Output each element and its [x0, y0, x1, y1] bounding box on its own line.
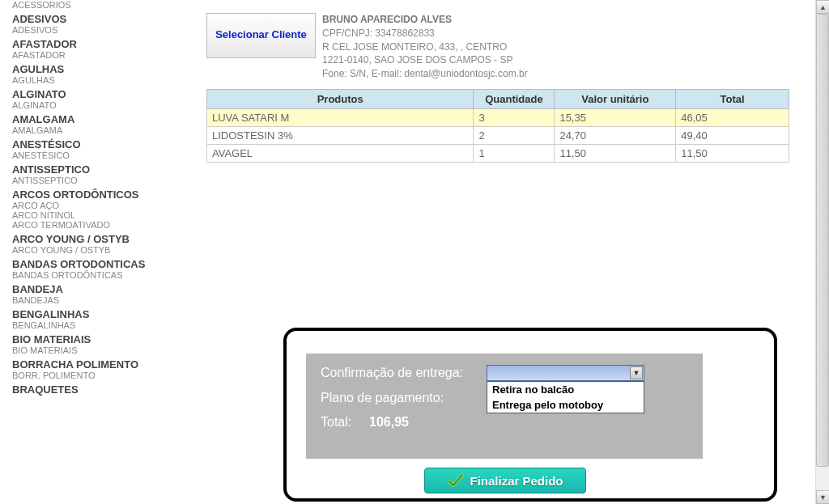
total-label: Total: — [321, 415, 369, 430]
table-cell: 3 — [474, 108, 555, 126]
check-icon — [447, 472, 465, 489]
dropdown-option[interactable]: Entrega pelo motoboy — [487, 397, 644, 413]
scroll-track[interactable] — [816, 14, 829, 490]
subcategory-item[interactable]: BORR. POLIMENTO — [12, 371, 174, 380]
table-cell: 11,50 — [555, 144, 676, 162]
table-cell: AVAGEL — [207, 144, 474, 162]
table-cell: 15,35 — [555, 108, 676, 126]
table-cell: 49,40 — [676, 126, 789, 144]
th-quantidade: Quantidade — [474, 89, 555, 108]
subcategory-item[interactable]: BENGALINHAS — [12, 320, 174, 330]
category-item[interactable]: BRAQUETES — [12, 383, 174, 396]
subcategory-item[interactable]: AFASTADOR — [12, 50, 174, 60]
category-item[interactable]: BENGALINHAS — [12, 308, 174, 320]
table-row[interactable]: LIDOSTESIN 3%224,7049,40 — [207, 126, 789, 144]
chevron-down-icon[interactable]: ▼ — [630, 366, 643, 379]
table-cell: LUVA SATARI M — [207, 108, 474, 126]
table-row[interactable]: AVAGEL111,5011,50 — [207, 144, 789, 162]
category-item[interactable]: AGULHAS — [12, 63, 174, 75]
subcategory-item[interactable]: ARCO TERMOATIVADO — [12, 220, 174, 230]
category-item[interactable]: ADESIVOS — [12, 13, 174, 25]
total-value: 106,95 — [369, 415, 409, 430]
category-item[interactable]: ANTISSEPTICO — [12, 163, 174, 176]
scroll-down-icon[interactable]: ▼ — [816, 490, 829, 504]
summary-box: Confirmação de entrega: ▼ Retira no balc… — [306, 354, 703, 459]
subcategory-item[interactable]: ADESIVOS — [12, 25, 174, 35]
dropdown-option[interactable]: Retira no balcão — [487, 382, 644, 397]
subcategory-item[interactable]: AMALGAMA — [12, 125, 174, 135]
subcategory-item[interactable]: ANTISSEPTICO — [12, 176, 174, 185]
th-total: Total — [676, 89, 789, 108]
category-item[interactable]: BANDEJA — [12, 283, 174, 295]
table-cell: 11,50 — [676, 144, 789, 162]
client-name: BRUNO APARECIDO ALVES — [322, 13, 528, 27]
client-info: BRUNO APARECIDO ALVES CPF/CNPJ: 33478862… — [322, 13, 528, 81]
category-item[interactable]: ANESTÉSICO — [12, 138, 174, 150]
client-contact: Fone: S/N, E-mail: dental@uniodontosjc.c… — [322, 67, 528, 81]
scroll-up-icon[interactable]: ▲ — [816, 0, 829, 14]
category-item[interactable]: BORRACHA POLIMENTO — [12, 358, 174, 371]
table-cell: 24,70 — [555, 126, 676, 144]
table-row[interactable]: LUVA SATARI M315,3546,05 — [207, 108, 789, 126]
client-addr2: 1221-0140, SAO JOSE DOS CAMPOS - SP — [322, 53, 528, 67]
subcategory-item[interactable]: BIO MATERIAIS — [12, 345, 174, 355]
table-cell: LIDOSTESIN 3% — [207, 126, 474, 144]
category-item[interactable]: ALGINATO — [12, 88, 174, 100]
subcategory-item[interactable]: BANDEJAS — [12, 295, 174, 305]
table-cell: 46,05 — [676, 108, 789, 126]
th-produtos: Produtos — [207, 89, 474, 108]
subcategory-item[interactable]: ARCO NITINOL — [12, 210, 174, 220]
subcategory-item[interactable]: ALGINATO — [12, 100, 174, 110]
subcategory-item[interactable]: ACESSORIOS — [12, 0, 174, 10]
subcategory-item[interactable]: ARCO AÇO — [12, 201, 174, 210]
delivery-select[interactable] — [487, 365, 644, 381]
delivery-dropdown: Retira no balcãoEntrega pelo motoboy — [487, 381, 644, 413]
subcategory-item[interactable]: ANESTÉSICO — [12, 150, 174, 160]
page-scrollbar[interactable]: ▲ ▼ — [815, 0, 829, 504]
category-item[interactable]: ARCO YOUNG / OSTYB — [12, 233, 174, 245]
subcategory-item[interactable]: BANDAS ORTODÔNTICAS — [12, 270, 174, 280]
th-valor: Valor unitário — [555, 89, 676, 108]
subcategory-item[interactable]: AGULHAS — [12, 75, 174, 85]
client-addr1: R CEL JOSE MONTEIRO, 433, , CENTRO — [322, 40, 528, 54]
scroll-thumb[interactable] — [816, 14, 829, 467]
payment-plan-label: Plano de pagamento: — [321, 391, 487, 405]
category-item[interactable]: AFASTADOR — [12, 38, 174, 50]
category-sidebar[interactable]: ACESSORIOSADESIVOSADESIVOSAFASTADORAFAST… — [0, 0, 174, 504]
client-doc: CPF/CNPJ: 33478862833 — [322, 27, 528, 40]
order-summary-panel: Confirmação de entrega: ▼ Retira no balc… — [283, 328, 777, 502]
products-table: Produtos Quantidade Valor unitário Total… — [206, 89, 789, 163]
finish-order-button[interactable]: Finalizar Pedido — [424, 468, 586, 493]
table-cell: 2 — [474, 126, 555, 144]
delivery-confirm-label: Confirmação de entrega: — [321, 366, 487, 380]
select-client-button[interactable]: Selecionar Cliente — [206, 13, 316, 58]
finish-order-label: Finalizar Pedido — [470, 474, 563, 488]
category-item[interactable]: ARCOS ORTODÔNTICOS — [12, 188, 174, 201]
category-item[interactable]: BANDAS ORTODONTICAS — [12, 258, 174, 270]
table-cell: 1 — [474, 144, 555, 162]
category-item[interactable]: AMALGAMA — [12, 113, 174, 125]
subcategory-item[interactable]: ARCO YOUNG / OSTYB — [12, 245, 174, 255]
category-item[interactable]: BIO MATERIAIS — [12, 333, 174, 345]
